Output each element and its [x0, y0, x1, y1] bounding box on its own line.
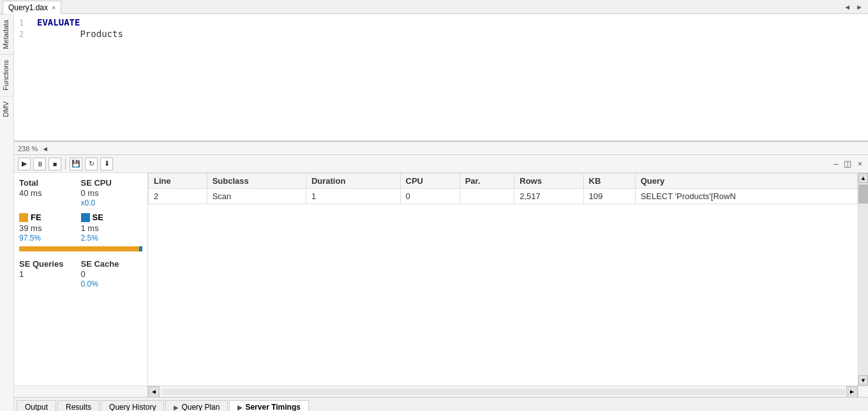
code-products: Products: [37, 29, 123, 39]
results-content: Total 40 ms SE CPU 0 ms x0.0: [14, 173, 868, 385]
tab-bar: Query1.dax × ◄ ►: [0, 0, 868, 14]
pause-button[interactable]: ⏸: [33, 158, 46, 170]
stop-button[interactable]: ■: [49, 158, 61, 170]
data-table-area[interactable]: Line Subclass Duration CPU Par. Rows KB …: [148, 173, 858, 385]
col-header-rows[interactable]: Rows: [514, 174, 583, 189]
fe-color-box: [19, 213, 28, 222]
se-header: SE: [81, 213, 143, 222]
line-number-1: 1: [19, 19, 32, 27]
cell-duration: 1: [306, 189, 400, 204]
sidebar-item-metadata[interactable]: Metadata: [0, 14, 13, 54]
se-cpu-value: 0 ms: [81, 188, 143, 198]
se-cpu-block: SE CPU 0 ms x0.0: [81, 178, 143, 207]
toolbar-sep-1: [65, 158, 66, 170]
editor-statusbar: 238 % ◄: [14, 142, 868, 154]
tab-query-history[interactable]: Query History: [101, 400, 164, 411]
results-toolbar: ▶ ⏸ ■ 💾 ↻ ⬇ – ◫ ×: [14, 155, 868, 173]
se-cache-pct: 0.0%: [81, 280, 143, 288]
vscroll-down-button[interactable]: ▼: [858, 375, 868, 385]
tab-close-button[interactable]: ×: [52, 4, 56, 11]
zoom-level: 238 %: [18, 145, 38, 153]
code-line-1: 1 EVALUATE: [14, 17, 868, 28]
cell-rows: 2,517: [514, 189, 583, 204]
main-area: Metadata Functions DMV 1 EVALUATE 2 Prod…: [0, 14, 868, 411]
tab-query-plan[interactable]: ▶ Query Plan: [165, 400, 228, 411]
fe-se-row: FE 39 ms 97.5% SE 1 ms 2.5%: [19, 213, 142, 243]
cell-line: 2: [149, 189, 207, 204]
sidebar-item-dmv[interactable]: DMV: [0, 96, 13, 122]
se-label: SE: [93, 213, 103, 222]
col-header-cpu[interactable]: CPU: [400, 174, 460, 189]
results-toolbar-right: – ◫ ×: [832, 159, 864, 168]
col-header-query[interactable]: Query: [635, 174, 857, 189]
editor-area: 1 EVALUATE 2 Products 238 % ◄ ▶ ⏸ ■ 💾: [14, 14, 868, 411]
hscroll-left-button[interactable]: ◄: [148, 386, 160, 398]
se-queries-block: SE Queries 1: [19, 259, 81, 288]
hscroll-track[interactable]: [161, 389, 845, 395]
cell-subclass: Scan: [207, 189, 306, 204]
export-button[interactable]: ⬇: [100, 158, 113, 170]
tab-results-label: Results: [66, 403, 91, 411]
panel-minimize-button[interactable]: –: [832, 159, 840, 168]
results-section: ▶ ⏸ ■ 💾 ↻ ⬇ – ◫ ×: [14, 154, 868, 397]
se-queries-value: 1: [19, 269, 81, 279]
table-row: 2Scan102,517109SELECT 'Products'[RowN: [149, 189, 858, 204]
tab-scroll-left[interactable]: ◄: [841, 3, 853, 11]
keyword-evaluate: EVALUATE: [37, 17, 80, 27]
se-cache-label: SE Cache: [81, 259, 143, 269]
query-plan-arrow: ▶: [174, 404, 179, 411]
panel-close-button[interactable]: ×: [855, 159, 864, 168]
cell-cpu: 0: [400, 189, 460, 204]
vscroll-thumb[interactable]: [858, 184, 868, 204]
cell-query: SELECT 'Products'[RowN: [635, 189, 857, 204]
query-tab[interactable]: Query1.dax ×: [3, 1, 61, 14]
col-header-subclass[interactable]: Subclass: [207, 174, 306, 189]
fe-progress: [19, 246, 139, 251]
fe-block: FE 39 ms 97.5%: [19, 213, 81, 243]
table-body: 2Scan102,517109SELECT 'Products'[RowN: [149, 189, 858, 204]
cell-par: [460, 189, 514, 204]
tab-query-history-label: Query History: [109, 403, 156, 411]
fe-se-progress-bar: [19, 246, 142, 251]
vscroll-track[interactable]: [858, 183, 868, 375]
tab-output-label: Output: [25, 403, 48, 411]
se-color-box: [81, 213, 90, 222]
table-header-row: Line Subclass Duration CPU Par. Rows KB …: [149, 174, 858, 189]
se-pct: 2.5%: [81, 234, 143, 243]
cell-kb: 109: [583, 189, 635, 204]
results-table: Line Subclass Duration CPU Par. Rows KB …: [148, 173, 858, 204]
vscroll-up-button[interactable]: ▲: [858, 173, 868, 183]
fe-value: 39 ms: [19, 223, 81, 233]
code-editor[interactable]: 1 EVALUATE 2 Products: [14, 14, 868, 142]
tab-label: Query1.dax: [8, 3, 48, 12]
refresh-button[interactable]: ↻: [85, 158, 98, 170]
se-cache-block: SE Cache 0 0.0%: [81, 259, 143, 288]
fe-pct: 97.5%: [19, 234, 81, 243]
run-button[interactable]: ▶: [18, 158, 31, 170]
sidebar-item-functions[interactable]: Functions: [0, 54, 13, 96]
line-number-2: 2: [19, 30, 32, 39]
panel-restore-button[interactable]: ◫: [842, 159, 853, 168]
save-button[interactable]: 💾: [70, 158, 82, 170]
tab-right-controls: ◄ ►: [841, 3, 868, 11]
stats-panel: Total 40 ms SE CPU 0 ms x0.0: [14, 173, 148, 385]
tab-results[interactable]: Results: [57, 400, 100, 411]
tab-scroll-right[interactable]: ►: [853, 3, 865, 11]
scroll-left-indicator[interactable]: ◄: [41, 145, 49, 153]
tab-server-timings-label: Server Timings: [245, 403, 300, 411]
fe-header: FE: [19, 213, 81, 222]
tab-server-timings[interactable]: ▶ Server Timings: [229, 400, 308, 411]
se-queries-cache-row: SE Queries 1 SE Cache 0 0.0%: [19, 259, 142, 288]
table-scroll-bottom: ◄ ►: [14, 385, 868, 397]
col-header-kb[interactable]: KB: [583, 174, 635, 189]
vertical-scrollbar[interactable]: ▲ ▼: [858, 173, 868, 385]
col-header-par[interactable]: Par.: [460, 174, 514, 189]
tab-output[interactable]: Output: [17, 400, 56, 411]
total-se-cpu-row: Total 40 ms SE CPU 0 ms x0.0: [19, 178, 142, 207]
se-cache-value: 0: [81, 269, 143, 279]
hscroll-right-button[interactable]: ►: [846, 386, 858, 398]
server-timings-arrow: ▶: [237, 404, 243, 411]
col-header-duration[interactable]: Duration: [306, 174, 400, 189]
se-queries-label: SE Queries: [19, 259, 81, 269]
col-header-line[interactable]: Line: [149, 174, 207, 189]
